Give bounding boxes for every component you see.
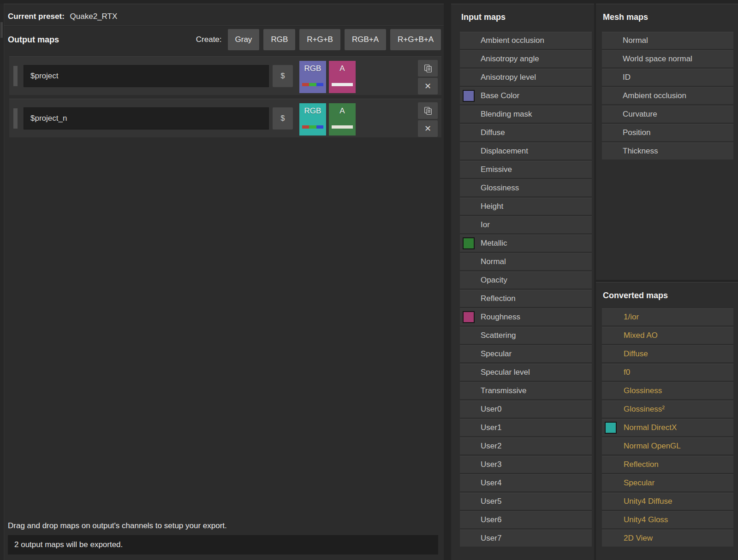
converted-map-item[interactable]: Unity4 Diffuse [602,493,733,510]
output-map-row: $ RGB A [9,56,441,95]
input-map-item[interactable]: User6 [460,511,592,528]
channel-tile[interactable]: A [329,103,356,136]
map-label: Unity4 Gloss [624,515,668,525]
export-status-bar: 2 output maps will be exported. [8,535,438,554]
mesh-map-item[interactable]: Position [602,124,733,141]
scrollbar-thumb[interactable] [0,22,3,38]
row-actions: ✕ [418,60,438,96]
map-label: Glossiness [624,386,662,395]
converted-map-item[interactable]: Diffuse [602,345,733,362]
variable-dollar-button[interactable]: $ [273,65,293,87]
input-map-item[interactable]: User3 [460,456,592,473]
input-map-item[interactable]: Emissive [460,161,592,178]
channel-tile[interactable]: RGB [299,61,326,93]
duplicate-map-button[interactable] [418,60,438,77]
map-label: Glossiness [481,183,519,193]
map-label: Height [481,202,503,211]
map-label: Transmissive [481,386,527,395]
input-map-item[interactable]: Reflection [460,290,592,307]
input-map-item[interactable]: Ambient occlusion [460,32,592,49]
input-map-item[interactable]: Height [460,198,592,215]
mesh-map-item[interactable]: World space normal [602,50,733,67]
input-map-item[interactable]: Displacement [460,142,592,159]
output-map-name-input[interactable] [24,65,269,87]
converted-maps-list: 1/ior Mixed AO Diffuse f0 Glossiness [602,308,733,548]
converted-map-item[interactable]: Glossiness² [602,401,733,418]
input-map-item[interactable]: Glossiness [460,179,592,196]
delete-map-button[interactable]: ✕ [418,120,438,137]
map-label: 2D View [624,534,653,543]
input-map-item[interactable]: Metallic [460,235,592,252]
map-label: Glossiness² [624,405,665,414]
map-label: 1/ior [624,312,639,322]
input-map-item[interactable]: User5 [460,493,592,510]
input-map-item[interactable]: User1 [460,419,592,436]
map-label: ID [623,73,631,82]
output-map-name-input[interactable] [24,107,269,130]
mesh-map-item[interactable]: Ambient occlusion [602,87,733,104]
delete-map-button[interactable]: ✕ [418,78,438,94]
converted-map-item[interactable]: Normal DirectX [602,419,733,436]
input-map-item[interactable]: Specular level [460,364,592,381]
map-label: Ior [481,220,490,230]
drag-drop-hint: Drag and drop maps on output's channels … [8,521,227,531]
converted-map-item[interactable]: Normal OpenGL [602,437,733,454]
converted-map-item[interactable]: Reflection [602,456,733,473]
copy-pages-icon [424,64,432,72]
create-output-map-button[interactable]: R+G+B [299,29,340,50]
converted-map-item[interactable]: Specular [602,474,733,491]
input-map-item[interactable]: Anisotropy angle [460,50,592,67]
converted-map-item[interactable]: 2D View [602,530,733,547]
input-map-item[interactable]: Roughness [460,308,592,325]
channel-tile-bar [332,83,353,86]
variable-dollar-button[interactable]: $ [273,107,293,130]
input-map-item[interactable]: Base Color [460,87,592,104]
converted-map-item[interactable]: Unity4 Gloss [602,511,733,528]
output-maps-panel: Current preset: Quake2_RTX Output maps C… [4,4,444,560]
map-label: Normal DirectX [624,423,677,432]
map-label: User6 [481,515,501,525]
input-map-item[interactable]: Ior [460,216,592,233]
input-map-item[interactable]: User0 [460,401,592,418]
map-label: Emissive [481,165,512,174]
mesh-map-item[interactable]: Thickness [602,142,733,159]
channel-tile[interactable]: A [329,61,356,93]
input-map-item[interactable]: Diffuse [460,124,592,141]
left-scrollbar[interactable] [0,4,3,560]
input-map-item[interactable]: User2 [460,437,592,454]
mesh-maps-panel: Mesh maps Normal World space normal ID A… [596,4,738,280]
input-map-item[interactable]: Specular [460,345,592,362]
input-map-item[interactable]: Anisotropy level [460,69,592,86]
mesh-map-item[interactable]: Normal [602,32,733,49]
input-map-item[interactable]: Transmissive [460,382,592,399]
create-output-map-button[interactable]: RGB+A [345,29,386,50]
map-label: Ambient occlusion [481,36,544,45]
input-map-item[interactable]: User7 [460,530,592,547]
map-label: Normal [623,36,648,45]
mesh-map-item[interactable]: Curvature [602,106,733,123]
mesh-maps-title: Mesh maps [603,12,648,22]
input-map-item[interactable]: Opacity [460,271,592,289]
create-output-map-button[interactable]: R+G+B+A [390,29,441,50]
mesh-map-item[interactable]: ID [602,69,733,86]
duplicate-map-button[interactable] [418,102,438,119]
output-maps-header: Output maps Create: Gray RGB R+G+B RGB+A… [8,28,441,51]
channel-tile[interactable]: RGB [299,103,326,136]
converted-map-item[interactable]: f0 [602,364,733,381]
drag-handle-icon[interactable] [13,108,18,129]
channel-color-swatch [463,90,475,102]
input-map-item[interactable]: Blending mask [460,106,592,123]
map-label: Normal [481,257,506,266]
input-map-item[interactable]: User4 [460,474,592,491]
map-label: User0 [481,405,501,414]
create-output-map-button[interactable]: Gray [228,29,260,50]
map-label: Diffuse [481,128,505,137]
converted-map-item[interactable]: 1/ior [602,308,733,325]
input-map-item[interactable]: Normal [460,253,592,270]
drag-handle-icon[interactable] [13,66,18,86]
map-label: Scattering [481,331,516,340]
converted-map-item[interactable]: Mixed AO [602,327,733,344]
converted-map-item[interactable]: Glossiness [602,382,733,399]
create-output-map-button[interactable]: RGB [263,29,295,50]
input-map-item[interactable]: Scattering [460,327,592,344]
